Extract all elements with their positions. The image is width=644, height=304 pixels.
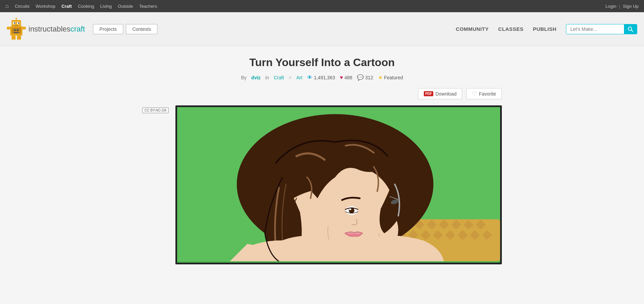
comments-count: 312 [365,75,373,80]
svg-rect-16 [14,32,19,33]
download-button[interactable]: PDF Download [418,88,462,99]
nav-link-circuits[interactable]: Circuits [15,4,30,9]
article-actions: PDF Download ♡ Favorite [142,88,502,99]
robot-icon [7,18,26,40]
signup-link[interactable]: Sign Up [623,4,639,9]
contests-button[interactable]: Contests [126,24,157,34]
article-area: CC BY-NC-SA [142,105,502,264]
comment-icon: 💬 [357,74,364,81]
featured-stat: ★ Featured [378,74,403,81]
svg-rect-12 [12,36,16,40]
favorites-stat: ♥ 488 [340,75,352,81]
breadcrumb-separator: > [289,75,291,80]
heart-icon: ♥ [340,75,343,81]
search-bar [566,24,637,34]
logo[interactable]: instructablescraft [7,18,85,40]
svg-point-5 [14,22,15,24]
home-icon[interactable]: ⌂ [5,3,9,9]
nav-link-living[interactable]: Living [100,4,112,9]
auth-divider: | [619,4,620,9]
nav-link-teachers[interactable]: Teachers [139,4,157,9]
main-content: Turn Yourself Into a Cartoon By dviz in … [135,46,509,264]
svg-point-15 [17,29,19,31]
main-image [175,105,502,264]
search-input[interactable] [566,25,624,34]
svg-point-14 [14,29,16,31]
svg-line-18 [631,30,633,32]
breadcrumb-art[interactable]: Art [296,75,302,80]
star-icon: ★ [378,74,383,81]
favorite-button[interactable]: ♡ Favorite [466,88,502,99]
author-link[interactable]: dviz [251,75,261,80]
svg-rect-7 [14,25,19,26]
cc-side: CC BY-NC-SA [142,105,169,119]
cc-badge: CC BY-NC-SA [142,107,169,113]
views-count: 1,491,363 [314,75,335,80]
publish-link[interactable]: PUBLISH [533,26,556,32]
article-title: Turn Yourself Into a Cartoon [142,56,502,69]
login-link[interactable]: Login [606,4,617,9]
nav-link-outside[interactable]: Outside [118,4,133,9]
favorite-heart-icon: ♡ [472,90,477,97]
nav-link-craft[interactable]: Craft [61,4,72,9]
comments-stat: 💬 312 [357,74,373,81]
search-button[interactable] [624,24,637,34]
article-meta: By dviz in Craft > Art 👁 1,491,363 ♥ 488… [142,74,502,81]
svg-rect-11 [22,27,26,29]
pdf-icon: PDF [424,91,433,96]
projects-button[interactable]: Projects [93,24,123,34]
search-icon [627,26,633,32]
views-icon: 👁 [307,75,312,81]
top-navigation: ⌂ Circuits Workshop Craft Cooking Living… [0,0,644,12]
featured-label: Featured [384,75,403,80]
svg-point-6 [18,22,19,24]
by-label: By [241,75,246,80]
classes-link[interactable]: CLASSES [498,26,523,32]
header-buttons: Projects Contests [93,24,157,34]
nav-link-cooking[interactable]: Cooking [78,4,94,9]
breadcrumb-craft[interactable]: Craft [274,75,284,80]
logo-text: instructablescraft [29,25,85,34]
svg-rect-10 [7,27,11,29]
nav-link-workshop[interactable]: Workshop [36,4,55,9]
favorites-count: 488 [344,75,352,80]
header-right: COMMUNITY CLASSES PUBLISH [456,24,637,34]
svg-rect-13 [17,36,21,40]
community-link[interactable]: COMMUNITY [456,26,489,32]
in-label: in [265,75,269,80]
site-header: instructablescraft Projects Contests COM… [0,12,644,46]
cartoon-illustration [177,107,500,261]
favorite-label: Favorite [479,91,496,97]
svg-point-9 [15,18,17,19]
download-label: Download [435,91,456,97]
views-stat: 👁 1,491,363 [307,75,335,81]
